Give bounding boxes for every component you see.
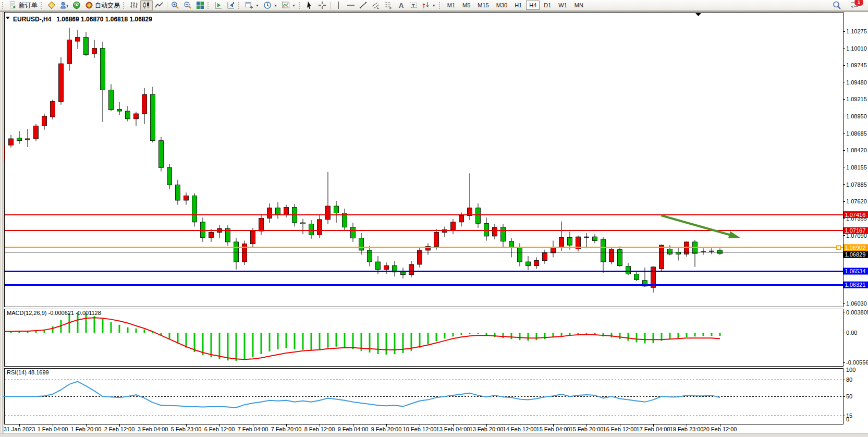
timeframe-h1[interactable]: H1 — [511, 1, 525, 10]
candle-bearish[interactable] — [526, 262, 531, 265]
candle-bullish[interactable] — [609, 249, 614, 262]
candle-bearish[interactable] — [234, 242, 239, 262]
candle-bearish[interactable] — [401, 272, 406, 275]
tile-windows-icon-button[interactable] — [194, 0, 206, 11]
candle-bearish[interactable] — [668, 249, 673, 254]
candle-bearish[interactable] — [351, 227, 356, 238]
candle-bullish[interactable] — [267, 208, 272, 218]
candle-bearish[interactable] — [484, 223, 489, 236]
periods-clock-dropdown-caret[interactable]: ▼ — [274, 4, 277, 7]
candle-bullish[interactable] — [26, 139, 30, 140]
candle-bearish[interactable] — [167, 167, 172, 185]
candle-bullish[interactable] — [92, 48, 97, 54]
candle-bearish[interactable] — [109, 90, 114, 110]
candle-bullish[interactable] — [534, 261, 539, 266]
search-button[interactable] — [830, 0, 843, 11]
candle-bearish[interactable] — [192, 196, 197, 222]
candlestick-chart-icon-button[interactable] — [140, 0, 153, 11]
cursor-icon-button[interactable] — [303, 0, 316, 11]
navigator-icon-button[interactable] — [58, 0, 70, 11]
timeframe-h4[interactable]: H4 — [526, 1, 540, 10]
timeframe-w1[interactable]: W1 — [555, 1, 570, 10]
timeframe-mn[interactable]: MN — [571, 1, 586, 10]
candle-bearish[interactable] — [201, 222, 205, 238]
timeframe-d1[interactable]: D1 — [541, 1, 554, 10]
candle-bearish[interactable] — [176, 185, 180, 201]
candle-bullish[interactable] — [76, 38, 80, 41]
candle-bullish[interactable] — [584, 237, 589, 237]
candle-bullish[interactable] — [284, 208, 289, 215]
new-order-button[interactable]: 新订单 — [7, 0, 40, 11]
templates-dropdown-caret[interactable]: ▼ — [292, 4, 296, 7]
candle-bullish[interactable] — [317, 220, 322, 235]
timeframe-m15[interactable]: M15 — [474, 1, 492, 10]
candle-bullish[interactable] — [67, 40, 72, 64]
candle-bullish[interactable] — [493, 227, 497, 236]
zoom-out-icon-button[interactable] — [181, 0, 194, 11]
candle-bearish[interactable] — [568, 237, 572, 245]
candle-bullish[interactable] — [184, 196, 189, 200]
new-chart-icon-button[interactable]: ▼ — [243, 0, 261, 11]
candle-bullish[interactable] — [9, 139, 14, 145]
candle-bullish[interactable] — [559, 237, 564, 248]
chart-shift-icon-button[interactable] — [225, 0, 237, 11]
timeframe-m5[interactable]: M5 — [459, 1, 473, 10]
text-label-icon-button[interactable]: T — [407, 0, 420, 11]
equidistant-channel-icon-button[interactable]: E — [370, 0, 382, 11]
candle-bullish[interactable] — [434, 233, 439, 247]
candle-bearish[interactable] — [343, 213, 347, 227]
candle-bullish[interactable] — [459, 216, 464, 222]
candle-bullish[interactable] — [42, 116, 47, 126]
candle-bearish[interactable] — [509, 241, 514, 248]
candle-bearish[interactable] — [359, 238, 364, 250]
horizontal-line-icon-button[interactable] — [345, 0, 357, 11]
candle-bearish[interactable] — [151, 94, 155, 141]
candle-bearish[interactable] — [501, 227, 506, 241]
candle-bullish[interactable] — [710, 251, 714, 251]
candle-bullish[interactable] — [659, 245, 664, 269]
zoom-in-icon-button[interactable] — [169, 0, 181, 11]
candle-bullish[interactable] — [51, 102, 55, 117]
candle-bullish[interactable] — [409, 264, 414, 275]
notifications-button[interactable]: 1 — [848, 0, 861, 11]
candle-bearish[interactable] — [601, 239, 606, 262]
candle-bullish[interactable] — [543, 253, 547, 261]
candle-bullish[interactable] — [251, 231, 255, 244]
candle-bearish[interactable] — [276, 208, 280, 214]
candle-bullish[interactable] — [34, 126, 39, 139]
candle-bullish[interactable] — [701, 251, 706, 252]
candle-bullish[interactable] — [259, 218, 264, 231]
crosshair-icon-button[interactable] — [316, 0, 328, 11]
vertical-line-icon-button[interactable] — [332, 0, 345, 11]
candle-bearish[interactable] — [309, 224, 314, 235]
auto-scroll-icon-button[interactable] — [212, 0, 225, 11]
candle-bullish[interactable] — [59, 64, 64, 102]
market-watch-icon-button[interactable] — [45, 0, 58, 11]
new-chart-dropdown-caret[interactable]: ▼ — [255, 4, 259, 7]
mql5-community-icon-button[interactable] — [70, 0, 83, 11]
arrows-icon-button[interactable]: ▼ — [420, 0, 438, 11]
candle-bearish[interactable] — [476, 208, 481, 224]
timeframe-m1[interactable]: M1 — [444, 1, 458, 10]
candle-bearish[interactable] — [101, 48, 105, 90]
candle-bullish[interactable] — [134, 114, 139, 119]
candle-bullish[interactable] — [242, 244, 247, 262]
candle-bearish[interactable] — [334, 206, 339, 213]
trendline-icon-button[interactable] — [357, 0, 370, 11]
chart-canvas[interactable]: 1.102751.100101.097451.094801.092151.089… — [0, 11, 868, 437]
text-icon-button[interactable]: A — [395, 0, 407, 11]
line-chart-icon-button[interactable] — [153, 0, 165, 11]
candle-bearish[interactable] — [634, 274, 639, 280]
candle-bullish[interactable] — [209, 233, 214, 238]
arrows-dropdown-caret[interactable]: ▼ — [432, 4, 436, 7]
candle-bearish[interactable] — [159, 141, 164, 168]
candle-bearish[interactable] — [301, 223, 305, 224]
fibonacci-icon-button[interactable]: F — [382, 0, 395, 11]
candle-bullish[interactable] — [384, 265, 389, 269]
candle-bearish[interactable] — [718, 250, 723, 253]
candle-bullish[interactable] — [326, 206, 331, 220]
orange-level-line-selection-handle[interactable] — [837, 246, 840, 249]
candle-bearish[interactable] — [626, 266, 631, 274]
candle-bearish[interactable] — [593, 237, 597, 240]
candle-bullish[interactable] — [142, 94, 147, 114]
